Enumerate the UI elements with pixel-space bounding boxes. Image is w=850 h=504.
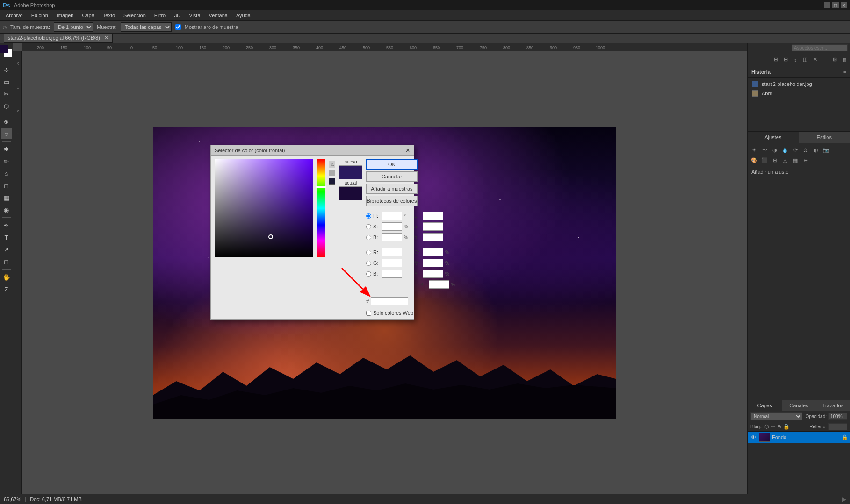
web-safe-icon[interactable]: □ [329, 170, 335, 176]
menu-vista[interactable]: Vista [185, 12, 204, 19]
tab-capas[interactable]: Capas [748, 400, 782, 411]
adj-bw[interactable]: ◐ [811, 145, 821, 155]
color-spectrum[interactable] [215, 159, 313, 257]
tool-path-select[interactable]: ↗ [1, 244, 12, 255]
sample-size-select[interactable]: De 1 punto [54, 22, 93, 32]
r-input[interactable]: 27 [382, 248, 402, 256]
adj-hsl[interactable]: ⟳ [791, 145, 800, 155]
tab-ajustes[interactable]: Ajustes [748, 132, 799, 143]
adj-vibrance[interactable]: 💧 [780, 145, 790, 155]
bl-input[interactable]: 55 [382, 270, 402, 278]
tool-zoom[interactable]: Z [1, 284, 12, 295]
blend-mode-select[interactable]: Normal [750, 412, 802, 420]
adj-invert[interactable]: ⬛ [760, 156, 769, 165]
tool-eyedropper[interactable]: ⌾ [1, 128, 12, 139]
s-input[interactable]: 82 [382, 222, 402, 231]
cancel-button[interactable]: Cancelar [366, 171, 418, 182]
menu-ayuda[interactable]: Ayuda [232, 12, 254, 19]
layer-visibility-icon[interactable]: 👁 [749, 433, 757, 441]
panel-ctrl-trash[interactable]: 🗑 [840, 56, 849, 64]
gamut-warning-icon[interactable]: ⚠ [329, 161, 335, 168]
menu-capa[interactable]: Capa [78, 12, 98, 19]
adj-photofilter[interactable]: 📷 [821, 145, 831, 155]
panel-ctrl-1[interactable]: ⊞ [771, 56, 780, 64]
s-radio[interactable] [366, 224, 371, 229]
panel-ctrl-5[interactable]: ✕ [811, 56, 819, 64]
add-to-swatches-button[interactable]: Añadir a muestras [366, 184, 418, 194]
tool-select-rect[interactable]: ▭ [1, 76, 12, 87]
g-input[interactable]: 10 [382, 259, 402, 267]
adj-selective-color[interactable]: ⊕ [801, 156, 810, 165]
l-input[interactable]: 6 [423, 212, 443, 220]
minimize-button[interactable]: — [824, 2, 830, 8]
tool-healing[interactable]: ✱ [1, 143, 12, 155]
g-radio[interactable] [366, 261, 371, 266]
adj-gradient-map[interactable]: ▦ [791, 156, 800, 165]
menu-imagen[interactable]: Imagen [53, 12, 78, 19]
layer-item-0[interactable]: 👁 Fondo 🔒 [748, 432, 850, 443]
tool-move[interactable]: ⊹ [1, 64, 12, 75]
lock-transparent[interactable]: ⬡ [764, 424, 769, 430]
tab-trazados[interactable]: Trazados [816, 400, 850, 411]
b-input[interactable]: 22 [382, 233, 402, 241]
menu-edicion[interactable]: Edición [28, 12, 52, 19]
m-input[interactable]: 75 [423, 259, 443, 267]
b2-input[interactable]: -26 [423, 233, 443, 241]
sample-select[interactable]: Todas las capas [121, 22, 172, 32]
history-menu-btn[interactable]: ≡ [843, 69, 846, 74]
lock-all[interactable]: 🔒 [783, 424, 790, 430]
lock-paint[interactable]: ✏ [771, 424, 775, 430]
y-input[interactable]: 35 [423, 270, 443, 278]
menu-archivo[interactable]: Archivo [2, 12, 27, 19]
tool-eraser[interactable]: ◻ [1, 180, 12, 191]
tool-crop[interactable]: ⊕ [1, 116, 12, 127]
panel-ctrl-6[interactable]: ⋯ [821, 56, 829, 64]
tool-brush[interactable]: ✏ [1, 156, 12, 167]
menu-filtro[interactable]: Filtro [151, 12, 169, 19]
adj-brightness[interactable]: ☀ [749, 145, 759, 155]
doc-tab-close[interactable]: ✕ [104, 35, 108, 41]
h-input[interactable]: 263 [382, 212, 402, 220]
ok-button[interactable]: OK [366, 159, 418, 170]
adj-colorbalance[interactable]: ⚖ [801, 145, 810, 155]
tool-shape[interactable]: ◻ [1, 256, 12, 267]
history-item-1[interactable]: Abrir [749, 89, 848, 98]
scroll-arrow[interactable]: ▶ [842, 496, 846, 503]
tool-gradient[interactable]: ▦ [1, 192, 12, 203]
menu-texto[interactable]: Texto [99, 12, 119, 19]
history-item-0[interactable]: stars2-placeholder.jpg [749, 79, 848, 89]
panel-ctrl-3[interactable]: ↕ [791, 56, 800, 64]
opacity-input[interactable] [828, 413, 847, 420]
hex-input[interactable]: 1b0a37 [371, 297, 408, 305]
lock-move[interactable]: ⊕ [777, 424, 781, 430]
k-input[interactable]: 71 [429, 280, 449, 289]
tool-clone[interactable]: ⌂ [1, 168, 12, 179]
doc-tab[interactable]: stars2-placeholder.jpg al 66,7% (RGB/8) … [4, 34, 113, 43]
tool-lasso[interactable]: ✂ [1, 88, 12, 99]
adj-exposure[interactable]: ◑ [770, 145, 779, 155]
color-dialog-close-btn[interactable]: ✕ [405, 147, 410, 154]
panel-ctrl-4[interactable]: ◫ [801, 56, 809, 64]
tool-text[interactable]: T [1, 232, 12, 243]
adj-colorlookup[interactable]: 🎨 [749, 156, 759, 165]
panel-ctrl-2[interactable]: ⊟ [781, 56, 790, 64]
adj-threshold[interactable]: △ [780, 156, 790, 165]
panel-ctrl-7[interactable]: ⊠ [830, 56, 839, 64]
menu-ventana[interactable]: Ventana [205, 12, 231, 19]
tab-canales[interactable]: Canales [782, 400, 816, 411]
show-ring-checkbox[interactable] [175, 24, 181, 30]
menu-3d[interactable]: 3D [170, 12, 184, 19]
close-button[interactable]: ✕ [841, 2, 847, 8]
workspace-search-input[interactable] [792, 44, 848, 51]
a-input[interactable]: 18 [423, 222, 443, 231]
color-libraries-button[interactable]: Bibliotecas de colores [366, 196, 418, 206]
r-radio[interactable] [366, 250, 371, 255]
adj-curves[interactable]: 〜 [760, 145, 769, 155]
tool-magic-wand[interactable]: ⬡ [1, 100, 12, 112]
b-radio[interactable] [366, 235, 371, 240]
web-colors-checkbox[interactable] [366, 311, 371, 316]
tool-pen[interactable]: ✒ [1, 220, 12, 231]
tool-hand[interactable]: 🖐 [1, 271, 12, 283]
maximize-button[interactable]: □ [832, 2, 839, 8]
adj-posterize[interactable]: ⊞ [770, 156, 779, 165]
